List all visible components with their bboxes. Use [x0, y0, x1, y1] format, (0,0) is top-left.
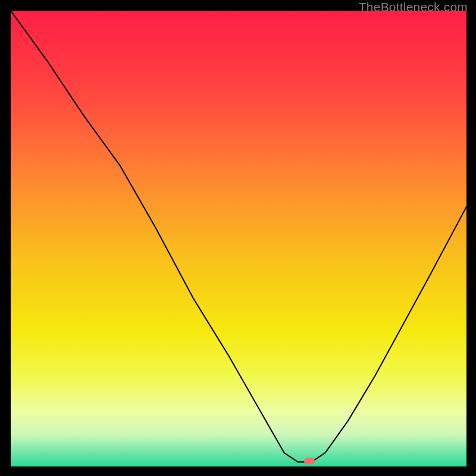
chart-gradient-area: [11, 11, 466, 466]
optimal-point-marker: [304, 458, 315, 464]
chart-frame: TheBottleneck.com: [0, 0, 476, 476]
watermark-text: TheBottleneck.com: [359, 0, 468, 14]
